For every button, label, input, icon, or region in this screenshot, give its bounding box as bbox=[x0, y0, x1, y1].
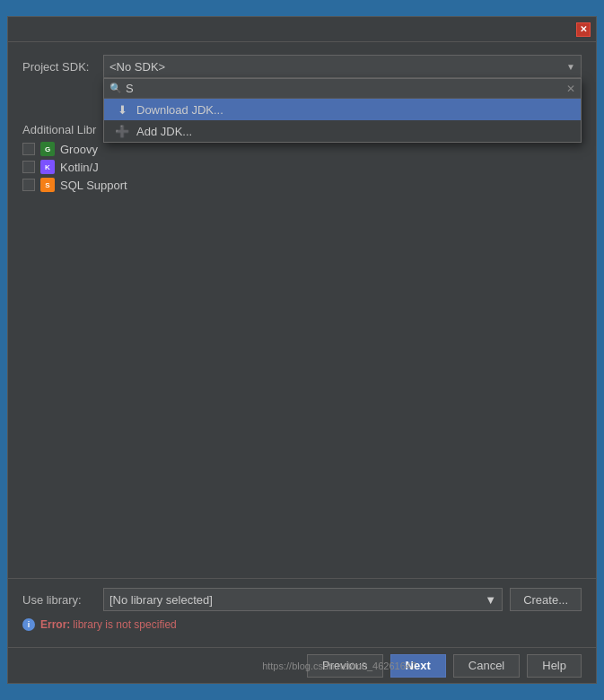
groovy-icon: G bbox=[40, 142, 55, 156]
additional-libraries-label: Additional Libr bbox=[22, 123, 96, 136]
search-input[interactable] bbox=[126, 82, 566, 95]
sql-checkbox[interactable] bbox=[22, 179, 35, 191]
sdk-row: Project SDK: <No SDK> ▼ 🔍 ✕ ⬇ Download J… bbox=[22, 55, 582, 78]
sdk-label: Project SDK: bbox=[22, 60, 103, 74]
groovy-checkbox[interactable] bbox=[22, 143, 35, 155]
kotlin-checkbox[interactable] bbox=[22, 161, 35, 173]
chevron-down-icon: ▼ bbox=[566, 62, 575, 72]
use-library-label: Use library: bbox=[22, 593, 103, 607]
add-jdk-label: Add JDK... bbox=[136, 125, 192, 138]
dialog-content: Project SDK: <No SDK> ▼ 🔍 ✕ ⬇ Download J… bbox=[8, 42, 596, 647]
cancel-button[interactable]: Cancel bbox=[453, 654, 520, 678]
help-button[interactable]: Help bbox=[527, 654, 582, 678]
sdk-dropdown-value: <No SDK> bbox=[109, 60, 165, 74]
library-select-dropdown[interactable]: [No library selected] ▼ bbox=[103, 588, 503, 611]
title-bar: ✕ bbox=[8, 17, 596, 42]
footer-url: https://blog.csdn.net/m0_46261647 bbox=[262, 661, 416, 671]
chevron-down-icon: ▼ bbox=[485, 593, 496, 607]
kotlin-label: Kotlin/J bbox=[60, 161, 99, 174]
search-icon: 🔍 bbox=[109, 83, 122, 94]
dropdown-item-download-jdk[interactable]: ⬇ Download JDK... bbox=[104, 99, 581, 120]
error-row: i Error: library is not specified bbox=[22, 618, 582, 631]
clear-icon[interactable]: ✕ bbox=[566, 83, 575, 95]
download-icon: ⬇ bbox=[113, 102, 131, 117]
groovy-label: Groovy bbox=[60, 143, 98, 156]
list-item: K Kotlin/J bbox=[22, 158, 582, 176]
library-list: G Groovy K Kotlin/J S SQL Support bbox=[22, 140, 582, 194]
sdk-dropdown-popup: 🔍 ✕ ⬇ Download JDK... ➕ Add JDK... bbox=[103, 78, 582, 143]
sdk-dropdown[interactable]: <No SDK> ▼ bbox=[103, 55, 582, 78]
list-item: S SQL Support bbox=[22, 176, 582, 194]
download-jdk-label: Download JDK... bbox=[136, 103, 223, 117]
help-button-label: Help bbox=[542, 659, 566, 672]
dialog-footer: https://blog.csdn.net/m0_46261647 Previo… bbox=[8, 647, 596, 683]
bottom-section: Use library: [No library selected] ▼ Cre… bbox=[8, 578, 596, 647]
create-button-label: Create... bbox=[523, 593, 568, 607]
sql-icon: S bbox=[40, 178, 55, 192]
cancel-button-label: Cancel bbox=[468, 659, 504, 672]
info-icon: i bbox=[22, 618, 35, 631]
use-library-row: Use library: [No library selected] ▼ Cre… bbox=[22, 588, 582, 611]
close-button[interactable]: ✕ bbox=[576, 22, 591, 37]
add-icon: ➕ bbox=[113, 124, 131, 138]
kotlin-icon: K bbox=[40, 160, 55, 174]
library-select-value: [No library selected] bbox=[109, 593, 213, 607]
sql-label: SQL Support bbox=[60, 179, 127, 192]
search-row: 🔍 ✕ bbox=[104, 79, 581, 99]
dialog: ✕ Project SDK: <No SDK> ▼ 🔍 ✕ ⬇ Download… bbox=[7, 16, 597, 684]
create-button[interactable]: Create... bbox=[510, 588, 582, 611]
error-label: Error: bbox=[40, 618, 70, 631]
error-message: library is not specified bbox=[73, 618, 176, 631]
list-item: G Groovy bbox=[22, 140, 582, 158]
dropdown-item-add-jdk[interactable]: ➕ Add JDK... bbox=[104, 120, 581, 142]
